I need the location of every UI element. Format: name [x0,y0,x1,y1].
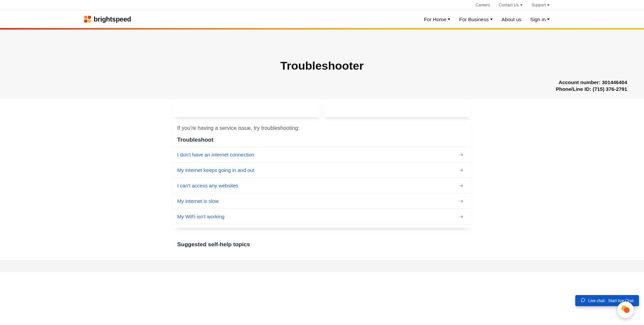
account-info: Account number: 301446404 Phone/Line ID:… [0,79,644,93]
utility-bar: Careers Contact Us Support [0,0,644,10]
troubleshoot-row[interactable]: My internet keeps going in and out [173,162,471,178]
chevron-down-icon [520,4,523,6]
troubleshoot-row-label: I don't have an internet connection [177,152,254,157]
svg-rect-2 [84,20,87,23]
troubleshoot-row[interactable]: I can't access any websites [173,178,471,193]
chevron-down-icon [547,19,550,20]
svg-rect-1 [88,16,91,19]
nav-sign-in-label: Sign in [530,16,546,22]
logo[interactable]: brightspeed [84,15,131,23]
logo-icon [84,16,91,23]
brand-text: brightspeed [94,15,131,23]
suggested-heading: Suggested self-help topics [177,241,467,248]
footer-strip [0,260,644,272]
nav-about-us[interactable]: About us [502,16,521,22]
arrow-right-icon [459,199,463,203]
contact-us-link[interactable]: Contact Us [499,3,523,7]
chevron-down-icon [448,19,450,20]
nav-links: For Home For Business About us Sign in [424,16,550,22]
nav-for-business-label: For Business [459,16,489,22]
troubleshoot-row-label: My WiFi isn't working [177,214,224,219]
nav-for-home-label: For Home [424,16,447,22]
nav-for-business[interactable]: For Business [459,16,493,22]
careers-link[interactable]: Careers [476,3,490,7]
troubleshoot-row-label: My internet keeps going in and out [177,167,254,173]
chevron-down-icon [490,19,493,20]
nav-sign-in[interactable]: Sign in [530,16,550,22]
svg-rect-0 [84,16,87,19]
phone-line-label: Phone/Line ID: [556,86,591,92]
arrow-right-icon [459,168,463,172]
main-nav: brightspeed For Home For Business About … [0,10,644,28]
troubleshoot-row[interactable]: I don't have an internet connection [173,147,471,162]
arrow-right-icon [459,183,463,187]
troubleshoot-card: If you're having a service issue, try tr… [173,117,471,228]
troubleshoot-row[interactable]: My internet is slow [173,193,471,209]
chevron-down-icon [547,4,550,6]
troubleshoot-row[interactable]: My WiFi isn't working [173,209,471,224]
nav-for-home[interactable]: For Home [424,16,451,22]
top-cards-row [173,99,471,117]
troubleshoot-row-label: I can't access any websites [177,183,238,188]
contact-us-label: Contact Us [499,3,519,7]
blank-card-right [324,99,471,117]
suggested-card: Suggested self-help topics [173,235,471,250]
account-number-label: Account number: [559,79,601,85]
phone-line-value: (715) 376-2791 [592,86,627,92]
support-link[interactable]: Support [532,3,550,7]
blank-card-left [173,99,320,117]
support-label: Support [532,3,546,7]
arrow-right-icon [459,214,463,218]
page-title: Troubleshooter [0,59,644,72]
troubleshoot-heading: Troubleshoot [173,137,471,147]
troubleshoot-row-label: My internet is slow [177,198,219,204]
hero: Troubleshooter Account number: 301446404… [0,30,644,99]
arrow-right-icon [459,152,463,156]
account-number-value: 301446404 [602,79,627,85]
svg-rect-3 [88,20,91,23]
intro-text: If you're having a service issue, try tr… [173,125,471,137]
